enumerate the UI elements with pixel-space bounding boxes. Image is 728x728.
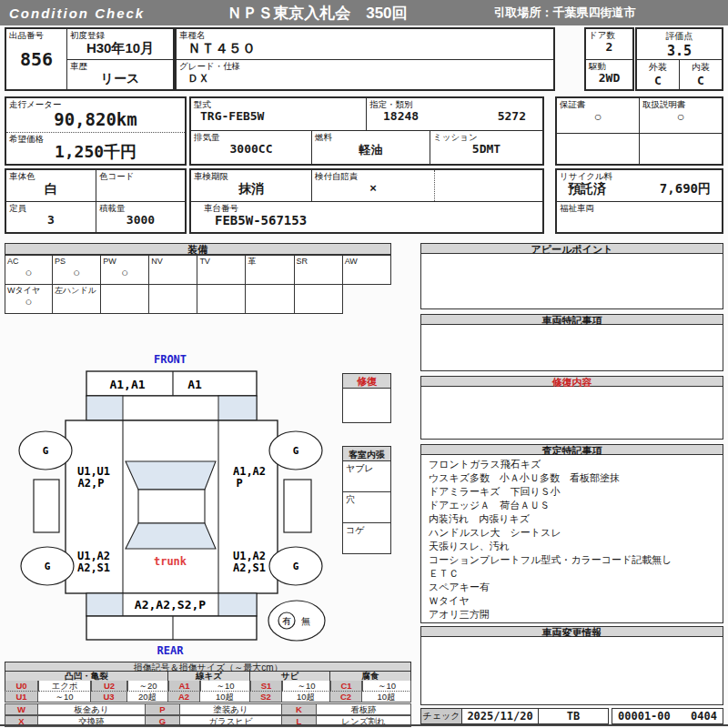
legend-size: ～10 (362, 681, 411, 692)
legend-code: U2 (91, 681, 127, 692)
presence-yes: 有 (282, 616, 291, 626)
class-value-1: 18248 (383, 109, 419, 123)
history-value: リース (67, 71, 173, 87)
equipment-item-mark: ○ (5, 266, 52, 279)
cabin-row-hole-label: 穴 (346, 494, 355, 504)
class-value-2: 5272 (498, 109, 526, 123)
cabin-box-title: 客室内張 (349, 450, 385, 460)
insurance-mark: × (312, 181, 434, 195)
mission-label: ミッション (430, 131, 542, 142)
front-left-tire-mark: G (43, 445, 49, 457)
cab-left-damage: A1,A1 (109, 378, 145, 391)
first-reg-value: H30年10月 (67, 40, 173, 57)
equipment-cell: 革 (246, 255, 294, 285)
equipment-cell: AC○ (5, 255, 53, 285)
legend-size: 10超 (362, 692, 411, 703)
displacement-label: 排気量 (191, 131, 311, 142)
equipment-item-label (149, 285, 197, 286)
equipment-item-label: PS (53, 256, 100, 266)
mission-value: 5DMT (430, 142, 542, 156)
model-cell: 車種名 ＮＴ４５０ (177, 29, 553, 59)
presence-no: 無 (301, 616, 310, 626)
type-cell: 型式 TRG-FEB5W (191, 98, 366, 130)
odometer-cell: 走行メーター 90,820km (6, 98, 185, 133)
check-code-2: 0404 (691, 709, 717, 723)
front-right-tire-mark: G (293, 445, 299, 457)
equipment-cell (197, 284, 246, 314)
grade-value: ＤＸ (177, 71, 553, 86)
drive-cell: 駆動 2WD (586, 59, 632, 89)
assessment-line: 内装汚れ 内張りキズ (429, 512, 723, 526)
type-label: 型式 (191, 98, 366, 109)
equipment-cell (246, 284, 294, 314)
legend-code: U3 (91, 692, 127, 703)
score-value: 3.5 (637, 43, 722, 59)
odometer-value: 90,820km (6, 109, 185, 129)
check-inspector: TB (539, 708, 609, 724)
equipment-item-label: 革 (246, 256, 293, 266)
assessment-line: Ｗタイヤ (429, 594, 723, 608)
type-table: 型式 TRG-FEB5W 指定・類別 18248 5272 排気量 3000CC… (189, 96, 544, 166)
trunk-label: trunk (154, 555, 187, 568)
brand-logo: Condition Check (9, 5, 145, 21)
welfare-cell: 福祉車両 (557, 201, 722, 232)
front-label: FRONT (154, 353, 187, 366)
equipment-cell: TV (197, 255, 246, 285)
capacity-cell: 定員 3 (6, 201, 96, 232)
assessment-line: アオリ三方開 (429, 608, 723, 622)
left-door-damage-2: A2,P (78, 477, 105, 490)
rear-bumper (86, 616, 257, 640)
vehicle-notes-header: 車両特記事項 (420, 314, 723, 325)
assessment-line: ドアエッジＡ 荷台ＡＵＳ (429, 499, 723, 512)
legend-size: ～20 (127, 681, 168, 692)
assessment-line: スペアキー有 (429, 581, 723, 594)
drive-value: 2WD (586, 71, 632, 85)
price-cell: 希望価格 1,250千円 (6, 133, 185, 164)
recycle-status: 預託済 (568, 181, 606, 197)
warranty-empty-cell (557, 133, 639, 164)
right-door-damage-2: P (236, 477, 242, 490)
cabin-row-tear-label: ヤブレ (346, 463, 374, 473)
repair-detail-body (420, 387, 723, 440)
doors-cell: ドア数 2 (586, 29, 632, 59)
interior-label: 内装 (680, 60, 722, 74)
lot-number: 856 (6, 48, 66, 70)
equipment-item-label: 左ハンドル (53, 285, 100, 295)
equipment-cell (101, 284, 149, 314)
appeal-body (420, 254, 723, 309)
equipment-item-label: PW (101, 256, 148, 266)
rear-right-tire-mark: G (293, 561, 299, 572)
model-table: 車種名 ＮＴ４５０ グレード・仕様 ＤＸ (175, 27, 555, 91)
warranty-cell: 保証書 ○ (557, 98, 639, 133)
equipment-item-label: SR (295, 256, 342, 266)
assessment-line: ハンドルスレ大 シートスレ (429, 526, 723, 540)
legend-size-row: U0エクボU2～20A1～10S1～10C1～10 (5, 681, 411, 692)
legend-desc: 看板跡 (317, 703, 411, 715)
equipment-item-label (295, 285, 342, 286)
welfare-label: 福祉車両 (557, 202, 722, 213)
legend-code: A2 (168, 692, 200, 703)
load-cell: 積載量 3000 (96, 201, 185, 232)
equipment-header: 装備 (5, 243, 391, 255)
header-bar: Condition Check ＮＰＳ東京入札会 350回 引取場所：千葉県四街… (0, 0, 728, 25)
lot-reg-table: 出品番号 856 初度登録 H30年10月 車歴 リース (5, 27, 175, 91)
appeal-header: アピールポイント (420, 243, 723, 254)
windshield (126, 461, 216, 490)
history-cell: 車歴 リース (66, 59, 173, 89)
capacity-value: 3 (6, 213, 96, 227)
legend-code: A1 (168, 681, 200, 692)
equipment-item-mark: ○ (101, 266, 148, 279)
rear-window (126, 523, 216, 549)
exterior-label: 外装 (637, 60, 679, 74)
rear-label: REAR (157, 644, 185, 657)
body-color-cell: 車体色 白 (6, 170, 96, 201)
sheet-bottom-rule (0, 724, 728, 726)
equipment-cell (295, 284, 343, 314)
equipment-item-label (197, 285, 245, 286)
legend-size: エクボ (38, 681, 91, 692)
price-value: 1,250千円 (6, 141, 185, 163)
vin-value: FEB5W-567153 (191, 213, 542, 228)
pickup-location: 引取場所：千葉県四街道市 (494, 5, 636, 21)
equipment-item-mark: ○ (53, 266, 100, 279)
manual-mark: ○ (640, 109, 722, 124)
